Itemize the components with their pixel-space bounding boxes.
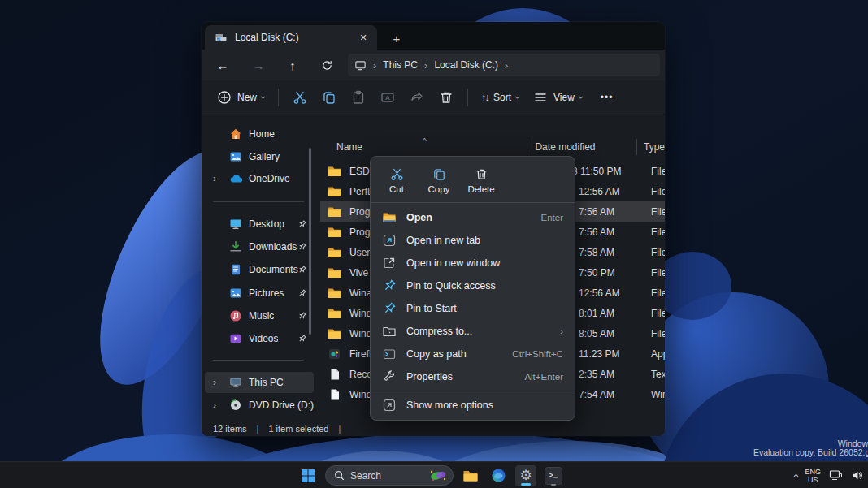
new-button[interactable]: New › — [210, 85, 271, 110]
folder-icon — [328, 246, 342, 259]
column-header-type[interactable]: Type — [636, 139, 665, 155]
back-button[interactable]: ← — [211, 55, 234, 75]
share-button[interactable] — [402, 85, 432, 110]
menu-delete-button[interactable]: Delete — [460, 163, 502, 197]
cut-icon — [389, 166, 405, 182]
sidebar-item-documents[interactable]: Documents — [205, 259, 314, 280]
menu-cut-button[interactable]: Cut — [375, 163, 418, 197]
up-button[interactable]: ↑ — [281, 55, 304, 75]
new-button-label: New — [237, 92, 257, 103]
music-icon — [229, 309, 242, 322]
taskbar-search-box[interactable]: Search — [325, 465, 454, 486]
breadcrumb-this-pc[interactable]: This PC — [383, 59, 418, 71]
menu-item-pin-to-start[interactable]: Pin to Start — [371, 297, 575, 320]
breadcrumb-chevron: › — [373, 59, 376, 71]
sort-ascending-icon: ^ — [423, 137, 427, 146]
tray-chevron-up-icon[interactable]: › — [789, 473, 801, 477]
sidebar-scrollbar[interactable] — [309, 148, 311, 335]
taskbar-terminal[interactable]: >_ — [543, 465, 564, 486]
menu-item-show-more-options[interactable]: Show more options — [371, 394, 575, 417]
rename-icon: A — [380, 89, 396, 106]
sidebar-item-onedrive[interactable]: › OneDrive — [205, 168, 314, 189]
copy-as-path-icon — [382, 347, 397, 361]
pin-icon — [382, 279, 397, 293]
system-tray: › ENG US — [793, 462, 863, 488]
folder-icon — [328, 205, 342, 218]
more-options-button[interactable]: ••• — [594, 88, 620, 107]
new-tab-button[interactable]: + — [387, 28, 406, 48]
volume-icon[interactable] — [851, 469, 863, 482]
column-header-date-modified[interactable]: Date modified — [527, 139, 636, 155]
view-button-label: View — [553, 92, 575, 103]
refresh-icon — [321, 59, 333, 71]
cut-button[interactable] — [285, 85, 315, 110]
chevron-down-icon: › — [258, 96, 269, 99]
rename-button[interactable]: A — [373, 85, 402, 110]
navigation-bar: ← → ↑ › This PC › Local Disk (C:) › — [202, 50, 665, 80]
language-indicator[interactable]: ENG US — [805, 468, 821, 484]
start-button[interactable] — [297, 465, 319, 486]
taskbar-edge-browser[interactable] — [488, 465, 509, 486]
svg-text:A: A — [385, 94, 390, 101]
folder-icon — [328, 327, 342, 340]
refresh-button[interactable] — [315, 55, 338, 75]
taskbar-settings[interactable]: ⚙ — [515, 465, 536, 486]
copy-icon — [432, 166, 447, 182]
toolbar-divider — [467, 89, 468, 106]
search-icon — [334, 470, 345, 481]
sidebar-separator — [213, 360, 304, 361]
desktop: Windows 1 Evaluation copy. Build 26052.g… — [0, 0, 868, 488]
sidebar-item-home[interactable]: Home — [205, 123, 314, 145]
forward-button[interactable]: → — [247, 55, 270, 75]
show-more-options-icon — [382, 398, 397, 412]
sidebar-item-pictures[interactable]: Pictures — [205, 283, 314, 304]
sidebar-item-music[interactable]: Music — [205, 305, 314, 326]
delete-icon — [438, 89, 454, 106]
breadcrumb-current[interactable]: Local Disk (C:) — [434, 59, 498, 71]
tab-title: Local Disk (C:) — [235, 32, 299, 43]
sort-button[interactable]: ↑↓ Sort › — [475, 87, 526, 107]
delete-button[interactable] — [432, 85, 461, 110]
chevron-right-icon: › — [213, 399, 216, 411]
status-bar: 12 items | 1 item selected | — [202, 421, 665, 436]
folder-icon — [328, 307, 342, 320]
open-folder-icon — [382, 210, 397, 225]
menu-item-open[interactable]: Open Enter — [371, 206, 575, 229]
sidebar-item-videos[interactable]: Videos — [205, 328, 314, 349]
copy-button[interactable] — [315, 85, 344, 110]
taskbar-file-explorer[interactable] — [460, 465, 481, 486]
menu-item-pin-quick-access[interactable]: Pin to Quick access — [371, 274, 575, 297]
column-headers: ^ Name Date modified Type — [320, 136, 665, 158]
menu-item-compress-to[interactable]: Compress to... › — [371, 320, 575, 343]
view-button[interactable]: View › — [526, 85, 589, 110]
command-toolbar: New › — [202, 80, 665, 114]
sidebar-item-gallery[interactable]: Gallery — [205, 146, 314, 167]
dvd-drive-icon — [229, 399, 242, 412]
search-placeholder: Search — [350, 470, 423, 482]
explorer-tab[interactable]: Local Disk (C:) ✕ — [205, 25, 377, 50]
chevron-down-icon: › — [512, 96, 523, 99]
pin-icon — [297, 242, 307, 252]
menu-item-copy-as-path[interactable]: Copy as path Ctrl+Shift+C — [371, 343, 575, 365]
settings-gear-icon: ⚙ — [519, 469, 532, 482]
paste-button[interactable] — [344, 85, 373, 110]
sidebar-item-this-pc[interactable]: › This PC — [205, 372, 314, 393]
share-icon — [409, 89, 425, 106]
menu-item-properties[interactable]: Properties Alt+Enter — [371, 365, 575, 388]
chevron-right-icon: › — [213, 173, 216, 184]
home-icon — [229, 127, 242, 140]
menu-item-open-new-window[interactable]: Open in new window — [371, 252, 575, 274]
menu-item-open-new-tab[interactable]: Open in new tab — [371, 229, 575, 252]
network-icon[interactable] — [829, 469, 843, 482]
this-pc-icon — [229, 376, 242, 389]
sidebar-item-dvd-drive[interactable]: › DVD Drive (D:) C — [205, 395, 314, 416]
address-bar[interactable]: › This PC › Local Disk (C:) › — [348, 54, 660, 76]
drive-icon — [215, 31, 228, 44]
sidebar-item-downloads[interactable]: Downloads — [205, 236, 314, 257]
copy-icon — [321, 89, 337, 106]
tab-close-button[interactable]: ✕ — [356, 30, 371, 45]
folder-icon — [328, 287, 342, 300]
paste-icon — [350, 89, 367, 106]
menu-copy-button[interactable]: Copy — [418, 163, 460, 197]
sidebar-item-desktop[interactable]: Desktop — [205, 214, 314, 235]
